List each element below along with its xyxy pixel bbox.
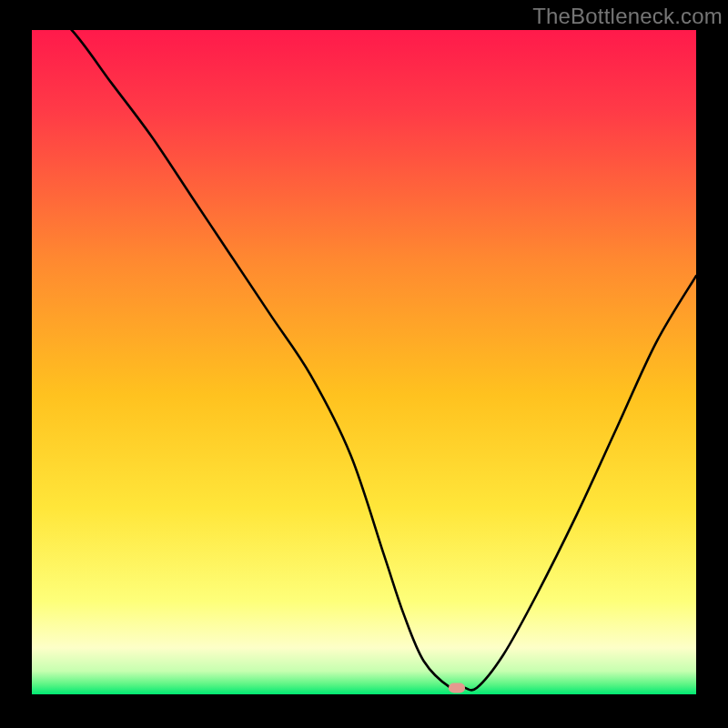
plot-area — [32, 30, 696, 694]
optimal-marker — [449, 682, 465, 693]
bottleneck-curve — [32, 30, 696, 694]
chart-frame: TheBottleneck.com — [0, 0, 728, 728]
watermark-text: TheBottleneck.com — [532, 4, 723, 29]
